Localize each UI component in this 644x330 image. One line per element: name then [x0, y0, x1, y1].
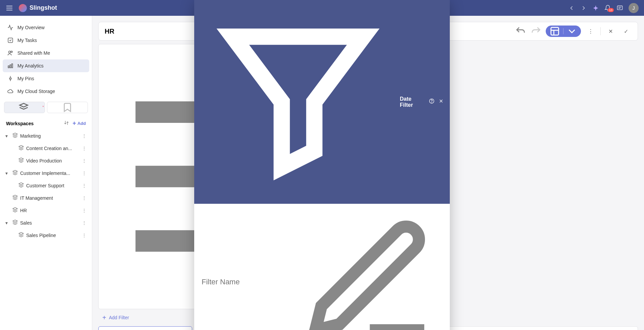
- svg-point-21: [432, 102, 432, 103]
- filter-icon: [200, 4, 396, 200]
- edit-icon[interactable]: [297, 209, 442, 330]
- help-icon[interactable]: [429, 98, 434, 105]
- date-filter-modal: Date Filter Settings Date Filter All Tim…: [194, 0, 450, 330]
- modal-overlay: Date Filter Settings Date Filter All Tim…: [0, 0, 644, 330]
- close-icon[interactable]: [438, 98, 444, 105]
- modal-title: Date Filter: [400, 96, 421, 108]
- filter-name-input[interactable]: [202, 278, 294, 286]
